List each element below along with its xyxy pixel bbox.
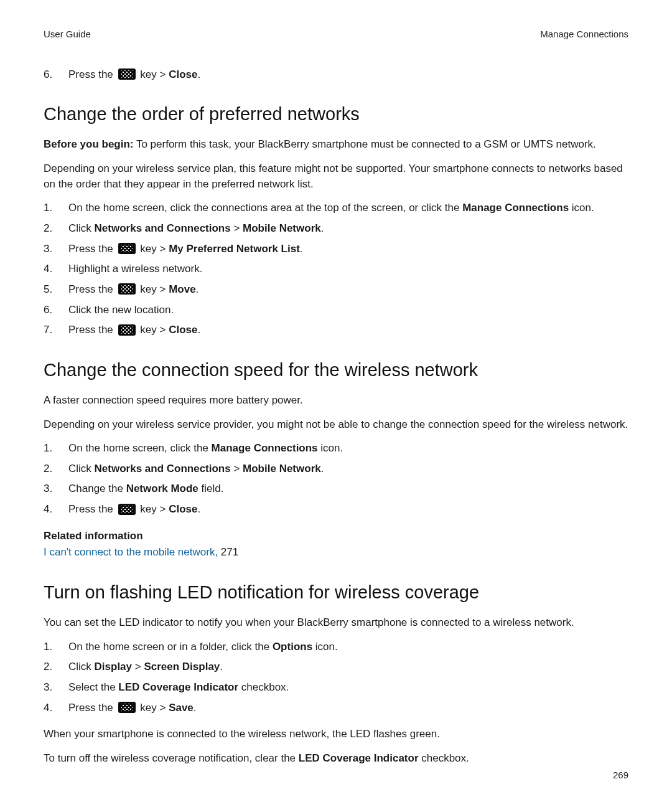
step-text: field. bbox=[198, 483, 224, 494]
step-item: Press the key > Close. bbox=[44, 323, 628, 338]
section-paragraph: You can set the LED indicator to notify … bbox=[44, 615, 628, 631]
step-bold: Network Mode bbox=[126, 483, 198, 494]
paragraph-text: To turn off the wireless coverage notifi… bbox=[44, 752, 299, 764]
step-item: Press the key > Save. bbox=[44, 701, 628, 716]
page: User Guide Manage Connections Press the … bbox=[0, 0, 672, 807]
step-text: key > bbox=[140, 324, 169, 336]
step-text: . bbox=[220, 661, 223, 672]
section-paragraph: A faster connection speed requires more … bbox=[44, 393, 628, 408]
step-item: Click Display > Screen Display. bbox=[44, 659, 628, 675]
related-page-ref: 271 bbox=[218, 546, 238, 558]
header-right: Manage Connections bbox=[540, 27, 628, 41]
step-text: Click bbox=[68, 661, 95, 672]
step-action: Close bbox=[169, 68, 197, 80]
step-text: > bbox=[231, 222, 243, 234]
step-text: Press the bbox=[68, 283, 113, 295]
step-item: Press the key > Move. bbox=[44, 282, 628, 298]
step-text: key > bbox=[140, 283, 169, 295]
step-text: . bbox=[321, 463, 324, 474]
related-info-heading: Related information bbox=[44, 529, 628, 544]
section-paragraph: When your smartphone is connected to the… bbox=[44, 727, 628, 742]
step-bold: Move bbox=[169, 283, 195, 295]
step-item: Change the Network Mode field. bbox=[44, 481, 628, 497]
header-left: User Guide bbox=[44, 27, 91, 41]
section-paragraph: Depending on your wireless service plan,… bbox=[44, 161, 628, 192]
step-text: Change the bbox=[68, 483, 126, 494]
step-item: Press the key > Close. bbox=[44, 67, 628, 83]
step-item: Highlight a wireless network. bbox=[44, 262, 628, 277]
step-text: . bbox=[300, 243, 303, 255]
before-text: To perform this task, your BlackBerry sm… bbox=[134, 138, 596, 150]
before-you-begin: Before you begin: To perform this task, … bbox=[44, 137, 628, 153]
step-text: Press the bbox=[68, 702, 113, 714]
step-text: key > bbox=[140, 702, 169, 714]
related-info-line: I can't connect to the mobile network, 2… bbox=[44, 545, 628, 560]
step-text: > bbox=[231, 463, 243, 474]
step-text: checkbox. bbox=[238, 681, 289, 693]
step-bold: Screen Display bbox=[144, 661, 220, 672]
blackberry-key-icon bbox=[118, 68, 136, 80]
step-bold: Networks and Connections bbox=[95, 222, 231, 234]
step-bold: Close bbox=[169, 503, 197, 515]
step-text: . bbox=[194, 702, 197, 714]
section3-steps: On the home screen or in a folder, click… bbox=[44, 639, 628, 716]
step-item: On the home screen, click the connection… bbox=[44, 201, 628, 216]
paragraph-text: checkbox. bbox=[419, 752, 469, 764]
step-text: Press the bbox=[68, 503, 113, 515]
step-text: key > bbox=[140, 243, 169, 255]
section1-steps: On the home screen, click the connection… bbox=[44, 201, 628, 337]
step-bold: Mobile Network bbox=[243, 463, 321, 474]
step-text: On the home screen or in a folder, click… bbox=[68, 641, 273, 653]
related-link[interactable]: I can't connect to the mobile network, bbox=[44, 546, 218, 558]
before-label: Before you begin: bbox=[44, 138, 134, 150]
step-text: . bbox=[197, 324, 200, 336]
blackberry-key-icon bbox=[118, 504, 136, 515]
blackberry-key-icon bbox=[118, 283, 136, 295]
step-bold: My Preferred Network List bbox=[169, 243, 300, 255]
blackberry-key-icon bbox=[118, 324, 136, 336]
step-text: Press the bbox=[68, 68, 113, 80]
page-number: 269 bbox=[613, 768, 628, 782]
step-item: Click Networks and Connections > Mobile … bbox=[44, 461, 628, 477]
step-bold: LED Coverage Indicator bbox=[118, 681, 238, 693]
step-bold: Networks and Connections bbox=[95, 463, 231, 474]
step-text: On the home screen, click the bbox=[68, 442, 212, 454]
step-text: icon. bbox=[312, 641, 338, 653]
step-text: icon. bbox=[569, 202, 594, 214]
step-text: Press the bbox=[68, 324, 113, 336]
step-text: key > bbox=[140, 68, 169, 80]
section-paragraph: To turn off the wireless coverage notifi… bbox=[44, 751, 628, 767]
section-heading: Change the connection speed for the wire… bbox=[44, 357, 628, 383]
step-bold: Options bbox=[273, 641, 312, 653]
step-bold: Display bbox=[95, 661, 132, 672]
page-header: User Guide Manage Connections bbox=[44, 27, 628, 41]
step-item: On the home screen or in a folder, click… bbox=[44, 639, 628, 655]
blackberry-key-icon bbox=[118, 702, 136, 713]
step-text: . bbox=[196, 283, 199, 295]
step-text: Press the bbox=[68, 243, 113, 255]
section-paragraph: Depending on your wireless service provi… bbox=[44, 417, 628, 433]
step-item: Click Networks and Connections > Mobile … bbox=[44, 221, 628, 237]
step-text: On the home screen, click the connection… bbox=[68, 202, 462, 214]
step-bold: Manage Connections bbox=[212, 442, 318, 454]
intro-steps: Press the key > Close. bbox=[44, 67, 628, 83]
step-bold: Close bbox=[169, 324, 197, 336]
step-item: Click the new location. bbox=[44, 303, 628, 318]
step-text: Click bbox=[68, 463, 95, 474]
step-text: icon. bbox=[318, 442, 343, 454]
step-item: Press the key > Close. bbox=[44, 502, 628, 517]
section-heading: Change the order of preferred networks bbox=[44, 101, 628, 127]
step-item: On the home screen, click the Manage Con… bbox=[44, 441, 628, 456]
step-item: Select the LED Coverage Indicator checkb… bbox=[44, 680, 628, 696]
step-bold: Save bbox=[169, 702, 194, 714]
section-heading: Turn on flashing LED notification for wi… bbox=[44, 579, 628, 605]
step-text: . bbox=[197, 68, 200, 80]
step-bold: Mobile Network bbox=[243, 222, 321, 234]
step-text: key > bbox=[140, 503, 169, 515]
step-text: > bbox=[132, 661, 144, 672]
step-text: Select the bbox=[68, 681, 118, 693]
step-text: Click bbox=[68, 222, 95, 234]
step-text: . bbox=[197, 503, 200, 515]
blackberry-key-icon bbox=[118, 243, 136, 254]
step-text: . bbox=[321, 222, 324, 234]
